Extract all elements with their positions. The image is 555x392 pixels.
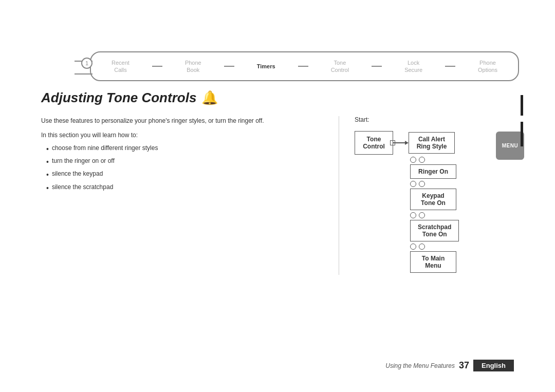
diagram-container: Tone Control Call Ale [355, 131, 514, 273]
nav-tab-timers[interactable]: Timers [257, 63, 275, 70]
page-title: Adjusting Tone Controls [41, 90, 196, 106]
footer: Using the Menu Features 37 English [41, 360, 514, 371]
to-main-menu-box: To Main Menu [410, 251, 456, 273]
menu-button[interactable]: MENU [496, 132, 524, 160]
right-content: Start: Tone Control [339, 116, 514, 275]
bullet-item-1: choose from nine different ringer styles [46, 143, 323, 156]
nav-tab-phone-book[interactable]: Phone Book [185, 59, 201, 74]
nav-tab-phone-options[interactable]: Phone Options [478, 59, 497, 74]
main-content: Adjusting Tone Controls 🔔 Use these feat… [41, 90, 514, 275]
nav-tab-tone-control[interactable]: Tone Control [331, 59, 349, 74]
right-bar-break [521, 116, 523, 122]
nav-bar: Recent Calls Phone Book Timers Tone Cont… [90, 51, 519, 81]
learn-label: In this section you will learn how to: [41, 130, 323, 140]
footer-page-number: 37 [459, 360, 469, 371]
content-area: Use these features to personalize your p… [41, 116, 514, 275]
tone-control-box: Tone Control [355, 131, 393, 155]
bullet-item-4: silence the scratchpad [46, 182, 323, 195]
left-content: Use these features to personalize your p… [41, 116, 339, 275]
start-label: Start: [355, 116, 514, 123]
bullet-item-3: silence the keypad [46, 169, 323, 181]
nav-tab-lock-secure[interactable]: Lock Secure [404, 59, 422, 74]
bullet-list: choose from nine different ringer styles… [46, 143, 323, 195]
footer-language: English [473, 360, 514, 371]
footer-text: Using the Menu Features [385, 362, 455, 369]
scratchpad-tone-box: Scratchpad Tone On [410, 220, 459, 241]
bell-icon: 🔔 [201, 90, 218, 106]
bullet-item-2: turn the ringer on or off [46, 156, 323, 169]
keypad-tone-box: Keypad Tone On [410, 189, 456, 210]
page-title-area: Adjusting Tone Controls 🔔 [41, 90, 514, 106]
ringer-on-box: Ringer On [410, 164, 456, 179]
nav-tab-recent-calls[interactable]: Recent Calls [112, 59, 130, 74]
intro-paragraph: Use these features to personalize your p… [41, 116, 323, 125]
call-alert-box: Call Alert Ring Style [409, 132, 455, 154]
